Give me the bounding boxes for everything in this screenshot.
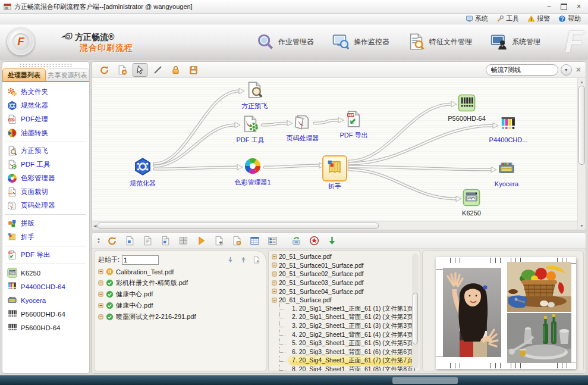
- pages-scrollbar[interactable]: [412, 253, 419, 368]
- vscroll-thumb[interactable]: [578, 86, 585, 165]
- job-list-item[interactable]: Calibration_Test.pdf: [98, 266, 262, 277]
- sidebar-item[interactable]: 油墨转换: [4, 126, 87, 140]
- sidebar-item[interactable]: 热文件夹: [4, 85, 87, 99]
- maximize-button[interactable]: [561, 4, 567, 10]
- page-file-item[interactable]: 20_51_Surface04_Surface.pdf: [272, 287, 410, 296]
- menu-item-alert[interactable]: 报警: [527, 14, 550, 23]
- pages-scroll-thumb[interactable]: [413, 293, 418, 345]
- scroll-down-icon[interactable]: ▼: [580, 223, 584, 229]
- grid-button[interactable]: [176, 234, 191, 248]
- node-preflight[interactable]: 方正预飞: [229, 81, 279, 111]
- job-list-item[interactable]: 喷墨测试文件2-216-291.pdf: [98, 311, 262, 323]
- splitter-toggle-icon[interactable]: ▲▼: [97, 237, 100, 244]
- header-button-job-manager[interactable]: 作业管理器: [256, 33, 314, 51]
- combo-dropdown-button[interactable]: ▼: [561, 64, 572, 76]
- doc-stamp-button[interactable]: [229, 234, 244, 248]
- save-button[interactable]: [186, 63, 201, 77]
- job-list-item[interactable]: 健康中心.pdf: [98, 300, 262, 311]
- vertical-scrollbar[interactable]: ▲ ▼: [577, 78, 586, 230]
- page-item[interactable]: 7. 20_Sig4_Sheet1_正面_61 (7) (文件第7页): [272, 356, 410, 365]
- page-item[interactable]: 8. 20_Sig4_Sheet1_背面_61 (8) (文件第8页): [272, 365, 410, 371]
- horizontal-scrollbar[interactable]: ◀: [92, 221, 577, 230]
- sidebar-item[interactable]: 页面裁切: [4, 185, 87, 199]
- node-colormgr[interactable]: 色彩管理器1: [228, 157, 278, 187]
- sidebar-item[interactable]: Kyocera: [4, 293, 87, 307]
- doc-blue-lines-button[interactable]: [158, 234, 173, 248]
- undo-button[interactable]: [105, 234, 120, 248]
- sidebar-item[interactable]: 折手: [4, 230, 87, 244]
- page-file-item[interactable]: 20_51_Surface03_Surface.pdf: [272, 278, 410, 287]
- node-pagenum[interactable]: 页码处理器: [278, 113, 328, 143]
- node-normalizer[interactable]: 规范化器: [118, 157, 168, 188]
- table-button[interactable]: [247, 234, 262, 248]
- doc-plus-button[interactable]: [212, 234, 227, 248]
- arrow-up-gray-button[interactable]: [237, 253, 249, 267]
- arrow-down-green-button[interactable]: [325, 234, 339, 248]
- list-button[interactable]: [265, 234, 280, 248]
- page-item[interactable]: 6. 20_Sig3_Sheet1_背面_61 (6) (文件第6页): [272, 348, 410, 357]
- header-button-system-admin[interactable]: 系统管理: [490, 33, 540, 51]
- page-item[interactable]: 3. 20_Sig2_Sheet1_正面_61 (3) (文件第3页): [272, 322, 410, 331]
- node-pdftools[interactable]: PDF 工具: [225, 115, 275, 145]
- line-button[interactable]: [150, 63, 165, 77]
- workflow-canvas[interactable]: 规范化器方正预飞PDF 工具页码处理器PDF 导出色彩管理器1折手P5600HD…: [92, 78, 577, 221]
- sidebar-item[interactable]: 方正预飞: [4, 144, 87, 158]
- sidebar-grip[interactable]: [19, 63, 73, 67]
- page-file-item[interactable]: 20_51_Surface02_Surface.pdf: [272, 270, 410, 278]
- node-p4400chd[interactable]: P4400CHD...: [483, 115, 533, 143]
- sidebar-item[interactable]: K6250: [4, 266, 87, 280]
- sidebar-item[interactable]: P5600DHD-64: [4, 307, 87, 321]
- undo-button[interactable]: [97, 63, 112, 77]
- cursor-button[interactable]: [133, 63, 147, 77]
- sidebar-item[interactable]: 规范化器: [4, 99, 87, 112]
- sidebar-item[interactable]: 色彩管理器: [4, 171, 87, 185]
- node-pdfexport[interactable]: PDF 导出: [329, 110, 379, 140]
- page-item[interactable]: 5. 20_Sig3_Sheet1_正面_61 (5) (文件第5页): [272, 339, 410, 348]
- job-list-item[interactable]: 彩机样册文件-精简版.pdf: [98, 277, 262, 289]
- recycle-button[interactable]: [289, 234, 304, 248]
- doc-blue-button[interactable]: [122, 234, 137, 248]
- menu-item-monitor[interactable]: 系统: [466, 14, 488, 23]
- minimize-button[interactable]: –: [547, 3, 551, 10]
- node-folding[interactable]: 折手: [310, 155, 360, 191]
- sidebar-item[interactable]: PDF 工具: [4, 158, 87, 171]
- sidebar-tab[interactable]: 处理器列表: [2, 68, 46, 81]
- status-segment: [392, 377, 458, 384]
- combo-close-icon[interactable]: ×: [576, 65, 581, 74]
- sidebar-item[interactable]: 页码处理器: [4, 199, 87, 212]
- sidebar-item[interactable]: PDF 导出: [4, 248, 87, 262]
- job-list-item[interactable]: 健康中心.pdf: [98, 289, 262, 300]
- play-button[interactable]: [194, 234, 209, 248]
- table-icon: [250, 236, 260, 246]
- lock-button[interactable]: [168, 63, 183, 77]
- sidebar-item[interactable]: P4400CHD-64: [4, 280, 87, 293]
- page-item[interactable]: 2. 20_Sig1_Sheet1_背面_61 (2) (文件第2页): [272, 313, 410, 322]
- page-item[interactable]: 1. 20_Sig1_Sheet1_正面_61 (1) (文件第1页): [272, 305, 410, 314]
- doc-lines-button[interactable]: [140, 234, 155, 248]
- page-file-item[interactable]: 20_51_Surface01_Surface.pdf: [272, 261, 410, 270]
- header-button-profile-file[interactable]: 特征文件管理: [407, 33, 472, 51]
- sidebar-item[interactable]: P5600HD-64: [4, 321, 87, 334]
- preset-select[interactable]: 畅流7测线: [486, 64, 558, 76]
- node-kyocera[interactable]: Kyocera: [482, 159, 532, 187]
- node-k6250[interactable]: K6250: [446, 189, 496, 217]
- close-button[interactable]: ×: [577, 3, 581, 10]
- doc-arrow-button[interactable]: [115, 63, 130, 77]
- node-label: 方正预飞: [229, 102, 279, 111]
- page-file-item[interactable]: 20_61_Surface.pdf: [272, 296, 410, 305]
- menu-item-tools[interactable]: 工具: [496, 14, 519, 23]
- scroll-up-icon[interactable]: ▲: [580, 79, 584, 84]
- hscroll-thumb[interactable]: [98, 223, 379, 229]
- arrow-down-gray-button[interactable]: [224, 253, 236, 267]
- header-button-monitor-control[interactable]: 操作监控器: [332, 33, 389, 51]
- sidebar-item[interactable]: 拼版: [4, 217, 87, 230]
- sidebar-tab[interactable]: 共享资源列表: [46, 68, 89, 81]
- start-at-input[interactable]: [122, 255, 159, 265]
- page-item[interactable]: 4. 20_Sig2_Sheet1_背面_61 (4) (文件第4页): [272, 330, 410, 339]
- target-button[interactable]: [307, 234, 322, 248]
- page-file-item[interactable]: 20_51_Surface.pdf: [272, 252, 410, 261]
- menu-item-help[interactable]: 帮助: [558, 14, 581, 23]
- scroll-left-icon[interactable]: ◀: [93, 223, 96, 229]
- sidebar-item[interactable]: PDF处理: [4, 112, 87, 126]
- doc-new-button[interactable]: [250, 253, 262, 267]
